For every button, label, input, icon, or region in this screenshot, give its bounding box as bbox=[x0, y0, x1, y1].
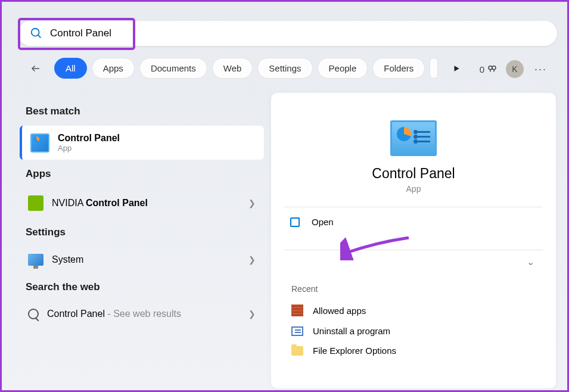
detail-title: Control Panel bbox=[284, 166, 543, 182]
section-header-apps: Apps bbox=[26, 168, 264, 180]
recent-item-label: Allowed apps bbox=[313, 306, 366, 316]
header-right-controls: 0 K ··· bbox=[480, 60, 549, 78]
arrow-left-icon bbox=[30, 63, 41, 74]
firewall-icon bbox=[291, 304, 303, 316]
recent-allowed-apps[interactable]: Allowed apps bbox=[284, 300, 543, 321]
section-header-web: Search the web bbox=[26, 281, 264, 293]
svg-point-5 bbox=[492, 66, 496, 70]
more-options-button[interactable]: ··· bbox=[532, 63, 549, 76]
svg-point-4 bbox=[489, 66, 492, 70]
recent-uninstall[interactable]: Uninstall a program bbox=[284, 321, 543, 341]
tab-all[interactable]: All bbox=[54, 58, 87, 79]
control-panel-icon bbox=[30, 133, 49, 153]
open-label: Open bbox=[312, 217, 334, 227]
chevron-down-icon: ⌄ bbox=[527, 256, 534, 267]
app-result-label: NVIDIA Control Panel bbox=[52, 198, 240, 209]
rewards-indicator[interactable]: 0 bbox=[480, 64, 498, 74]
tab-web[interactable]: Web bbox=[212, 58, 253, 79]
tab-apps[interactable]: Apps bbox=[92, 58, 135, 79]
search-input[interactable] bbox=[50, 27, 557, 39]
svg-point-0 bbox=[32, 29, 39, 36]
back-button[interactable] bbox=[26, 58, 46, 79]
svg-marker-3 bbox=[455, 66, 459, 71]
play-right-icon bbox=[452, 64, 461, 73]
control-panel-icon-large bbox=[390, 120, 437, 156]
section-header-settings: Settings bbox=[26, 226, 264, 238]
nvidia-icon bbox=[28, 195, 43, 211]
search-icon bbox=[30, 27, 43, 40]
recent-header: Recent bbox=[291, 284, 543, 294]
tab-folders[interactable]: Folders bbox=[372, 58, 425, 79]
chevron-right-icon: ❯ bbox=[248, 198, 256, 208]
web-result[interactable]: Control Panel - See web results ❯ bbox=[20, 301, 264, 326]
user-avatar[interactable]: K bbox=[506, 60, 524, 78]
recent-item-label: Uninstall a program bbox=[313, 326, 390, 336]
rewards-icon bbox=[487, 64, 498, 74]
recent-file-explorer-options[interactable]: File Explorer Options bbox=[284, 341, 543, 360]
settings-result-label: System bbox=[52, 254, 240, 265]
detail-pane: Control Panel App Open ⌄ Recent Allowed … bbox=[271, 93, 556, 388]
best-match-title: Control Panel bbox=[58, 133, 120, 144]
system-icon bbox=[28, 254, 43, 266]
results-pane: Best match Control Panel App Apps NVIDIA… bbox=[20, 97, 264, 326]
search-bar[interactable] bbox=[18, 21, 557, 46]
best-match-result[interactable]: Control Panel App bbox=[20, 126, 264, 160]
tab-partial[interactable]: I bbox=[430, 58, 438, 79]
expand-actions[interactable]: ⌄ bbox=[284, 250, 543, 273]
tab-people[interactable]: People bbox=[318, 58, 368, 79]
detail-subtitle: App bbox=[284, 184, 543, 194]
chevron-right-icon: ❯ bbox=[248, 309, 256, 319]
tabs-scroll-right[interactable] bbox=[446, 58, 467, 79]
filter-tabs: All Apps Documents Web Settings People F… bbox=[26, 58, 467, 79]
open-action[interactable]: Open bbox=[284, 207, 543, 237]
settings-result-system[interactable]: System ❯ bbox=[20, 247, 264, 273]
best-match-subtitle: App bbox=[58, 144, 120, 153]
app-result-nvidia[interactable]: NVIDIA Control Panel ❯ bbox=[20, 188, 264, 218]
svg-line-1 bbox=[38, 35, 41, 38]
chevron-right-icon: ❯ bbox=[248, 255, 256, 265]
search-web-icon bbox=[28, 309, 39, 319]
rewards-count: 0 bbox=[480, 64, 484, 74]
programs-icon bbox=[291, 326, 303, 336]
recent-item-label: File Explorer Options bbox=[313, 346, 396, 356]
web-result-label: Control Panel - See web results bbox=[47, 309, 240, 319]
open-external-icon bbox=[290, 217, 300, 227]
tab-documents[interactable]: Documents bbox=[139, 58, 207, 79]
section-header-best-match: Best match bbox=[26, 105, 264, 117]
folder-icon bbox=[291, 346, 303, 356]
tab-settings[interactable]: Settings bbox=[257, 58, 312, 79]
